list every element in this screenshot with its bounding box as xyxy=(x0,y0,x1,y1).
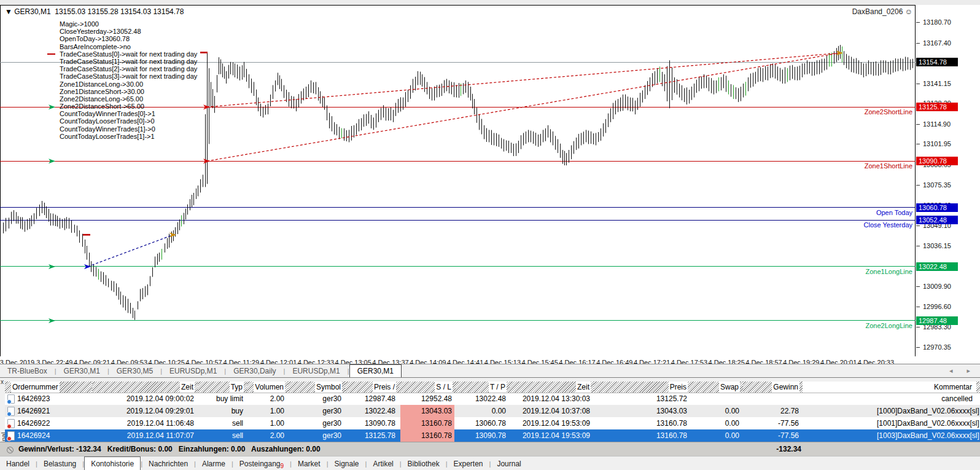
chart-symbol-ohlc: ▼ GER30,M1 13155.03 13155.28 13154.03 13… xyxy=(5,7,184,16)
info-line: OpenToDay->13060.78 xyxy=(60,35,197,42)
cell-kommentar: [1003]DaxBand_V02.06xxxx[sl] xyxy=(877,429,973,442)
indicator-name-label: DaxBand_0206 ☺ xyxy=(852,7,912,16)
info-line: CloseYesterday->13052.48 xyxy=(60,28,197,35)
line-label-zone2shortline: Zone2ShortLine xyxy=(865,108,912,116)
line-label-zone2longline: Zone2LongLine xyxy=(866,322,912,329)
cell-zeit2: 2019.12.04 13:30:03 xyxy=(494,393,590,405)
unread-badge: 9 xyxy=(281,463,284,469)
cell-gewinn: -77.56 xyxy=(703,417,799,429)
axis-price-box: 13052.48 xyxy=(916,216,958,224)
column-header-sl[interactable]: S / L xyxy=(399,382,456,393)
info-line: Magic->1000 xyxy=(60,20,197,28)
cell-kommentar: cancelled xyxy=(877,393,973,405)
sl-mark-buy-icon xyxy=(83,234,90,236)
mt4-window: ▼ GER30,M1 13155.03 13155.28 13154.03 13… xyxy=(0,0,980,470)
history-row-16426923[interactable]: 164269232019.12.04 09:00:02buy limit2.00… xyxy=(5,393,980,405)
chart-tab-eurusdp-m1[interactable]: EURUSDp,M1 xyxy=(162,365,224,377)
axis-tick xyxy=(916,43,920,44)
terminal-tab-bibliothek[interactable]: Bibliothek xyxy=(402,457,446,470)
column-header-kommentar[interactable]: Kommentar xyxy=(803,382,977,393)
axis-tick xyxy=(916,225,920,226)
terminal-tab-handel[interactable]: Handel xyxy=(0,457,36,470)
chart-tab-ger30-daily[interactable]: GER30,Daily xyxy=(226,365,283,377)
trend-line-2 xyxy=(88,235,173,267)
terminal-panel: x Terminal * OrdernummerZeitTypVolumenSy… xyxy=(0,377,980,470)
axis-price-box: 13090.78 xyxy=(916,157,958,165)
history-row-16426924[interactable]: 164269242019.12.04 11:07:07sell2.00ger30… xyxy=(5,429,980,442)
column-header-swap[interactable]: Swap xyxy=(691,382,744,393)
column-header-symbol[interactable]: Symbol xyxy=(288,382,346,393)
terminal-tab-journal[interactable]: Journal xyxy=(491,457,527,470)
axis-tick-label: 13141.15 xyxy=(923,80,951,87)
column-header-ordernummer[interactable]: Ordernummer xyxy=(5,382,93,393)
axis-tick xyxy=(916,144,920,144)
info-line: CountTodayWinnerTrades[1]->0 xyxy=(60,125,197,133)
cell-ordernummer: 16426923 xyxy=(11,393,97,405)
line-label-zone1longline: Zone1LongLine xyxy=(866,268,912,275)
chart-tab-eurusdp-m1[interactable]: EURUSDp,M1 xyxy=(285,365,347,377)
terminal-tab-belastung[interactable]: Belastung xyxy=(37,457,82,470)
terminal-tab-signale[interactable]: Signale xyxy=(329,457,365,470)
axis-tick xyxy=(916,246,920,246)
chart-tab-ger30-m1-active[interactable]: GER30,M1 xyxy=(349,364,402,378)
chart-tab-bar: TR-BlueBox|GER30,M1|GER30,M5|EURUSDp,M1|… xyxy=(0,364,980,378)
chart-tab-ger30-m1[interactable]: GER30,M1 xyxy=(56,365,107,377)
chart-tab-tr-bluebox[interactable]: TR-BlueBox xyxy=(0,365,55,377)
axis-tick-label: 13036.15 xyxy=(923,242,951,249)
summary-total-gewinn: -132.34 xyxy=(776,442,801,456)
summary-kredit-bonus: Kredit/Bonus: 0.00 xyxy=(107,445,173,453)
cell-preis: 13125.78 xyxy=(300,429,395,442)
terminal-tab-nachrichten[interactable]: Nachrichten xyxy=(142,457,194,470)
chart-tab-ger30-m5[interactable]: GER30,M5 xyxy=(109,365,160,377)
axis-tick xyxy=(916,124,920,125)
axis-tick xyxy=(916,84,920,84)
axis-price-box: 13022.48 xyxy=(916,262,958,271)
axis-tick xyxy=(916,327,920,327)
axis-tick-label: 13009.90 xyxy=(923,283,951,290)
terminal-tab-posteingang[interactable]: Posteingang9 xyxy=(233,457,290,470)
info-line: CountTodayLooserTrades[1]->1 xyxy=(60,133,197,140)
info-line: Zone1DistanceLong->30.00 xyxy=(60,80,197,88)
terminal-tab-experten[interactable]: Experten xyxy=(447,457,489,470)
line-label-close-yesterday: Close Yesterday xyxy=(864,221,913,229)
axis-price-box: 13154.78 xyxy=(916,58,958,66)
column-header-tp[interactable]: T / P xyxy=(456,382,510,393)
terminal-tab-kontohistorie[interactable]: Kontohistorie xyxy=(84,456,141,470)
cell-zeit2: 2019.12.04 10:37:08 xyxy=(494,405,590,417)
column-header-zeit[interactable]: Zeit xyxy=(92,382,198,393)
column-header-volumen[interactable]: Volumen xyxy=(247,382,289,393)
history-row-16426922[interactable]: 164269222019.12.04 11:06:48sell1.00ger30… xyxy=(5,417,980,429)
summary-row: Gewinn/Verlust: -132.34 Kredit/Bonus: 0.… xyxy=(0,442,980,456)
column-header-gewinn[interactable]: Gewinn xyxy=(743,382,803,393)
no-entry-icon xyxy=(7,447,14,453)
line-label-open-today: Open Today xyxy=(876,209,912,216)
info-line: BarsAreIncomplete->no xyxy=(60,43,197,50)
summary-einzahlungen: Einzahlungen: 0.00 xyxy=(179,445,246,453)
history-row-16426921[interactable]: 164269212019.12.04 09:29:01buy1.00ger301… xyxy=(5,405,980,417)
cell-gewinn: 22.78 xyxy=(703,405,799,417)
axis-tick xyxy=(916,22,920,23)
column-header-typ[interactable]: Typ xyxy=(198,382,247,393)
tab-scroll-arrows-icon[interactable]: ◂ ▸ xyxy=(949,367,976,375)
info-line: CountTodayWinnerTrades[0]->1 xyxy=(60,110,197,117)
cell-ordernummer: 16426921 xyxy=(11,405,97,417)
info-line: Zone1DistanceShort->30.00 xyxy=(60,88,197,95)
cell-kommentar: [1001]DaxBand_V02.06xxxx[sl] xyxy=(877,417,973,429)
terminal-tab-market[interactable]: Market xyxy=(292,457,327,470)
table-header-row[interactable]: * OrdernummerZeitTypVolumenSymbolPreis /… xyxy=(5,382,980,393)
column-header-preis[interactable]: Preis / xyxy=(345,382,400,393)
axis-tick-label: 13180.70 xyxy=(923,18,951,26)
info-line: Zone2DistanceShort->65.00 xyxy=(60,103,197,110)
axis-tick-label: 13114.90 xyxy=(923,120,951,128)
axis-tick xyxy=(916,347,920,348)
ea-info-block: Magic->1000CloseYesterday->13052.48OpenT… xyxy=(60,20,197,140)
cell-tp: 13060.78 xyxy=(410,417,506,429)
column-header-zeit[interactable]: Zeit xyxy=(510,382,594,393)
price-axis[interactable]: 13180.7013167.4013141.1513128.2013114.90… xyxy=(916,5,980,364)
terminal-tab-artikel[interactable]: Artikel xyxy=(367,457,399,470)
cell-preis: 13090.78 xyxy=(300,417,395,429)
axis-price-box: 13060.78 xyxy=(916,203,958,212)
terminal-tab-alarme[interactable]: Alarme xyxy=(196,457,231,470)
column-header-preis[interactable]: Preis xyxy=(594,382,691,393)
smiley-icon: ☺ xyxy=(905,7,912,16)
